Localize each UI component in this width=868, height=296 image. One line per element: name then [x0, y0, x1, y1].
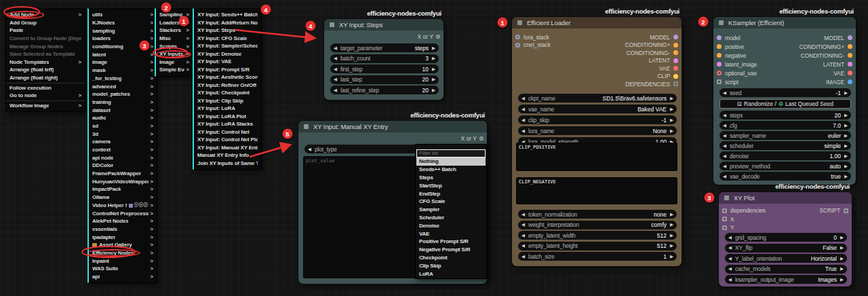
menu-item[interactable]: DDColor >: [89, 162, 157, 170]
menu-item[interactable]: XY Input: Seeds++ Batch: [194, 11, 261, 19]
input-slot[interactable]: lora_stack: [515, 33, 551, 41]
widget-row[interactable]: ◀ empty_latent_width 512 ▶: [518, 231, 677, 240]
menu-item[interactable]: context >: [89, 146, 157, 154]
output-slot[interactable]: VAE: [625, 64, 678, 73]
input-slot[interactable]: negative: [717, 51, 757, 60]
input-slot[interactable]: optional_vae: [717, 69, 757, 77]
input-slot[interactable]: model: [717, 33, 757, 42]
decrement-arrow-icon[interactable]: ◀: [723, 164, 726, 169]
menu-item[interactable]: HunyuanVideoWrapper >: [89, 177, 157, 185]
increment-arrow-icon[interactable]: ▶: [432, 88, 435, 93]
input-slot-dot[interactable]: [717, 71, 722, 75]
output-slot[interactable]: CONDITIONING+: [625, 41, 678, 50]
menu-item[interactable]: FramePackWrapper >: [89, 170, 157, 178]
seed-widget[interactable]: ◀ seed -1 ▶: [719, 88, 851, 97]
widget-row[interactable]: ◀ preview_method auto ▶: [719, 162, 851, 170]
dropdown-item[interactable]: Nothing: [416, 158, 486, 166]
increment-arrow-icon[interactable]: ▶: [844, 133, 848, 138]
increment-arrow-icon[interactable]: ▶: [432, 45, 435, 51]
menu-item[interactable]: sampling >: [89, 26, 157, 35]
decrement-arrow-icon[interactable]: ◀: [728, 235, 732, 240]
output-slot-dot[interactable]: [673, 81, 678, 86]
input-slot[interactable]: latent_image: [717, 60, 757, 69]
increment-arrow-icon[interactable]: ▶: [670, 254, 673, 259]
widget-row[interactable]: ◀ batch_count 3 ▶: [330, 54, 439, 63]
increment-arrow-icon[interactable]: ▶: [670, 117, 673, 123]
input-slot[interactable]: dependencies: [722, 206, 766, 215]
widget-row[interactable]: ◀ vae_decode true ▶: [719, 172, 851, 181]
increment-arrow-icon[interactable]: ▶: [840, 235, 844, 240]
menu-item[interactable]: XY Input: LoRA Stacks: [194, 120, 261, 128]
menu-item[interactable]: conditioning >: [89, 43, 157, 51]
decrement-arrow-icon[interactable]: ◀: [334, 56, 337, 61]
input-slot[interactable]: positive: [717, 42, 757, 51]
decrement-arrow-icon[interactable]: ◀: [728, 277, 732, 282]
output-slot-dot[interactable]: [673, 58, 678, 63]
menu-item[interactable]: _for_testing >: [89, 75, 157, 83]
output-slot-dot[interactable]: [844, 208, 848, 213]
increment-arrow-icon[interactable]: ▶: [844, 113, 848, 118]
input-slot-dot[interactable]: [717, 79, 722, 84]
output-slot-dot[interactable]: [673, 74, 678, 79]
menu-item[interactable]: latent >: [89, 50, 157, 58]
menu-item[interactable]: Asset Gallery >: [89, 241, 157, 249]
menu-item[interactable]: Video Helper Suite ⓋⒽⓈ >: [89, 202, 157, 210]
output-slot[interactable]: DEPENDENCIES: [625, 80, 678, 88]
menu-item[interactable]: XY Inputs >: [156, 50, 193, 58]
menu-item[interactable]: Node Templates >: [6, 58, 85, 67]
dropdown-item[interactable]: EndStep: [416, 189, 486, 198]
widget-row[interactable]: ◀ Y_label_orientation Horizontal ▶: [725, 254, 847, 263]
randomize-seed-button[interactable]: ⚄ Randomize / ♻ Last Queued Seed: [719, 99, 851, 109]
increment-arrow-icon[interactable]: ▶: [844, 90, 848, 96]
increment-arrow-icon[interactable]: ▶: [840, 266, 844, 272]
input-slot[interactable]: cnet_stack: [515, 41, 551, 50]
output-slot[interactable]: MODEL: [625, 33, 678, 41]
decrement-arrow-icon[interactable]: ◀: [723, 153, 726, 159]
widget-row[interactable]: ◀ sampler_name euler ▶: [719, 131, 851, 140]
menu-item[interactable]: Join XY Inputs of Same Type: [194, 160, 261, 168]
output-slot-dot[interactable]: [673, 35, 678, 39]
output-slot-dot[interactable]: [848, 71, 852, 75]
menu-item[interactable]: Arrange (float right): [6, 74, 85, 82]
collapse-icon[interactable]: [304, 124, 309, 129]
menu-item[interactable]: mask >: [89, 67, 157, 75]
menu-item[interactable]: XY Input: Prompt S/R: [194, 66, 261, 74]
menu-item[interactable]: ControlNet Preprocessors >: [89, 209, 157, 217]
increment-arrow-icon[interactable]: ▶: [840, 245, 844, 251]
dropdown-item[interactable]: CFG Scale: [416, 198, 486, 206]
dropdown-item[interactable]: Negative Prompt S/R: [416, 246, 486, 254]
menu-item[interactable]: XY Input: Denoise: [194, 50, 261, 58]
widget-row[interactable]: ◀ ksampler_output_image Images ▶: [725, 275, 847, 284]
output-slot[interactable]: CONDITIONING-: [800, 51, 852, 60]
decrement-arrow-icon[interactable]: ◀: [334, 77, 337, 82]
widget-row[interactable]: ◀ denoise 1.00 ▶: [719, 151, 851, 160]
menu-item[interactable]: XY Input: Manual XY Entry: [194, 144, 261, 152]
menu-item[interactable]: Misc >: [156, 35, 193, 43]
dropdown-item[interactable]: Denoise: [416, 221, 486, 229]
decrement-arrow-icon[interactable]: ◀: [723, 143, 726, 149]
menu-item[interactable]: Convert to Group Node (Deprecated): [6, 35, 85, 43]
menu-item[interactable]: Stackers >: [156, 26, 193, 35]
increment-arrow-icon[interactable]: ▶: [670, 222, 673, 227]
decrement-arrow-icon[interactable]: ◀: [728, 245, 732, 251]
output-slot-dot[interactable]: [436, 35, 440, 39]
increment-arrow-icon[interactable]: ▶: [670, 212, 673, 217]
increment-arrow-icon[interactable]: ▶: [844, 143, 848, 149]
menu-item[interactable]: api >: [89, 273, 157, 281]
node-title-bar[interactable]: XY Input: Steps: [324, 19, 443, 31]
menu-item[interactable]: training >: [89, 98, 157, 107]
menu-item[interactable]: XY Input: Refiner On/Off: [194, 81, 261, 90]
menu-item[interactable]: XY Input: Aesthetic Score: [194, 73, 261, 81]
menu-item[interactable]: Simple Eval >: [156, 66, 193, 74]
output-slot-dot[interactable]: [673, 50, 678, 55]
output-slot[interactable]: SCRIPT: [819, 206, 848, 215]
increment-arrow-icon[interactable]: ▶: [670, 243, 673, 248]
widget-row[interactable]: ◀ first_step 10 ▶: [330, 64, 439, 73]
node-title-bar[interactable]: Efficient Loader: [512, 17, 682, 29]
output-x-or-y[interactable]: X or Y: [461, 135, 484, 142]
menu-item[interactable]: api node >: [89, 153, 157, 162]
dropdown-item[interactable]: Clip Skip: [416, 261, 486, 270]
menu-item[interactable]: Scripts >: [156, 42, 193, 50]
node-efficient-loader[interactable]: efficiency-nodes-comfyui Efficient Loade…: [512, 17, 682, 266]
collapse-icon[interactable]: [517, 20, 522, 25]
